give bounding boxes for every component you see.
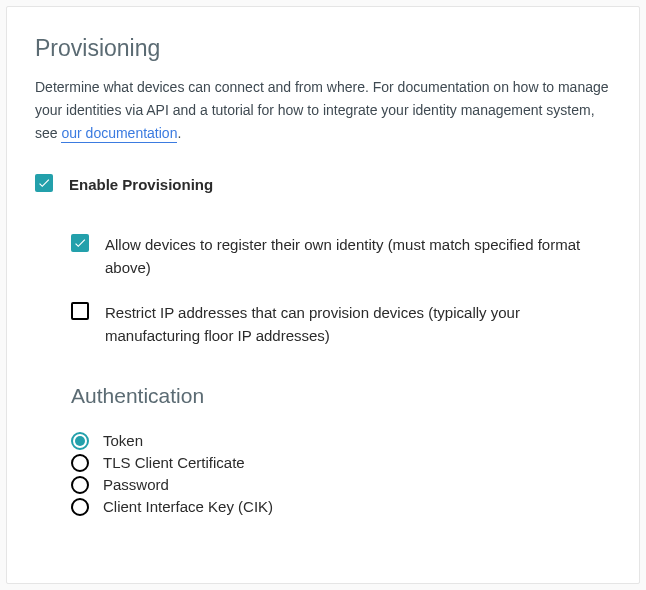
auth-radio-tls[interactable] (71, 454, 89, 472)
restrict-ip-checkbox[interactable] (71, 302, 89, 320)
authentication-title: Authentication (71, 384, 611, 408)
auth-label-tls: TLS Client Certificate (103, 454, 245, 471)
enable-provisioning-checkbox[interactable] (35, 174, 53, 192)
auth-option-password: Password (71, 476, 611, 494)
provisioning-title: Provisioning (35, 35, 611, 62)
provisioning-sub-options: Allow devices to register their own iden… (71, 233, 611, 348)
auth-radio-token[interactable] (71, 432, 89, 450)
check-icon (37, 176, 51, 190)
auth-radio-cik[interactable] (71, 498, 89, 516)
authentication-radio-group: Token TLS Client Certificate Password Cl… (71, 432, 611, 516)
allow-self-register-checkbox[interactable] (71, 234, 89, 252)
auth-label-token: Token (103, 432, 143, 449)
allow-self-register-row: Allow devices to register their own iden… (71, 233, 611, 280)
documentation-link[interactable]: our documentation (61, 125, 177, 143)
auth-radio-password[interactable] (71, 476, 89, 494)
enable-provisioning-label: Enable Provisioning (69, 173, 213, 196)
restrict-ip-label: Restrict IP addresses that can provision… (105, 301, 611, 348)
auth-label-password: Password (103, 476, 169, 493)
enable-provisioning-row: Enable Provisioning (35, 173, 611, 196)
restrict-ip-row: Restrict IP addresses that can provision… (71, 301, 611, 348)
check-icon (73, 236, 87, 250)
auth-label-cik: Client Interface Key (CIK) (103, 498, 273, 515)
auth-option-tls: TLS Client Certificate (71, 454, 611, 472)
allow-self-register-label: Allow devices to register their own iden… (105, 233, 611, 280)
radio-dot-icon (75, 436, 85, 446)
provisioning-description: Determine what devices can connect and f… (35, 76, 611, 145)
auth-option-cik: Client Interface Key (CIK) (71, 498, 611, 516)
provisioning-card: Provisioning Determine what devices can … (6, 6, 640, 584)
desc-suffix: . (177, 125, 181, 141)
auth-option-token: Token (71, 432, 611, 450)
